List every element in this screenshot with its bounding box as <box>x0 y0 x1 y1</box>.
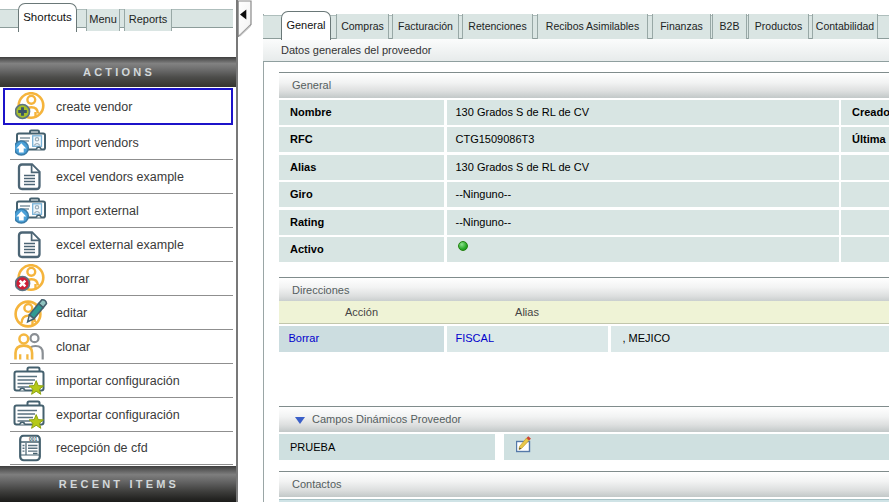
svg-text:001: 001 <box>29 435 38 441</box>
